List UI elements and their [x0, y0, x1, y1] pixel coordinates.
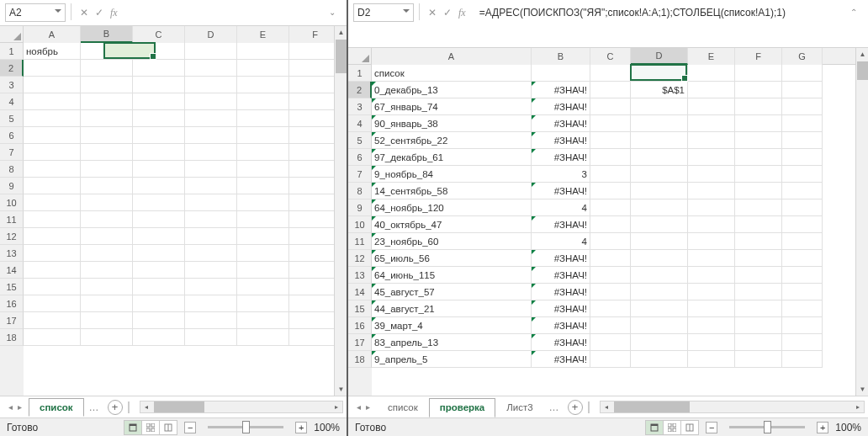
cell[interactable]: [631, 132, 688, 149]
cell[interactable]: #ЗНАЧ!: [532, 98, 590, 115]
cell[interactable]: [185, 60, 237, 77]
cell[interactable]: [24, 60, 81, 77]
row-header[interactable]: 15: [0, 279, 24, 295]
cell[interactable]: [81, 329, 133, 346]
cell[interactable]: [133, 43, 185, 60]
cell[interactable]: [631, 284, 688, 300]
cell[interactable]: [735, 183, 782, 199]
cell[interactable]: [24, 295, 81, 312]
cell[interactable]: [688, 199, 735, 216]
cell[interactable]: [185, 161, 237, 178]
page-break-view-icon[interactable]: [680, 420, 699, 435]
row-header[interactable]: 9: [348, 199, 372, 216]
cell[interactable]: [81, 43, 133, 60]
tab-first-icon[interactable]: ◂: [355, 401, 363, 413]
cell[interactable]: [289, 262, 334, 279]
cell[interactable]: [782, 183, 823, 199]
cell[interactable]: 9_апрель_5: [372, 351, 532, 368]
cell[interactable]: [185, 110, 237, 127]
cell[interactable]: [590, 199, 631, 216]
scroll-down-icon[interactable]: ▼: [856, 383, 868, 396]
cell[interactable]: [133, 178, 185, 194]
cell[interactable]: [631, 317, 688, 334]
cell[interactable]: [782, 82, 823, 98]
zoom-out-icon[interactable]: −: [184, 422, 196, 433]
cell[interactable]: 9_ноябрь_84: [372, 166, 532, 183]
cell[interactable]: ноябрь: [24, 43, 81, 60]
cell[interactable]: [24, 110, 81, 127]
cell[interactable]: [81, 127, 133, 144]
cell[interactable]: [24, 127, 81, 144]
cell[interactable]: 45_август_57: [372, 284, 532, 300]
cell[interactable]: [631, 233, 688, 250]
scroll-right-icon[interactable]: ▸: [851, 401, 864, 413]
cell[interactable]: [735, 115, 782, 132]
cell[interactable]: [81, 295, 133, 312]
add-sheet-icon[interactable]: +: [108, 400, 123, 415]
cell[interactable]: [590, 334, 631, 351]
cell[interactable]: #ЗНАЧ!: [532, 82, 590, 98]
cell[interactable]: [631, 199, 688, 216]
cell[interactable]: [688, 82, 735, 98]
cell[interactable]: [81, 77, 133, 93]
cell[interactable]: [289, 211, 334, 228]
row-header[interactable]: 16: [0, 295, 24, 312]
row-header[interactable]: 3: [0, 77, 24, 93]
cell[interactable]: [631, 250, 688, 267]
cell[interactable]: 23_ноябрь_60: [372, 233, 532, 250]
cell[interactable]: [237, 295, 289, 312]
cell[interactable]: [735, 334, 782, 351]
cell[interactable]: [631, 216, 688, 233]
cell[interactable]: 52_сентябрь_22: [372, 132, 532, 149]
cell[interactable]: [237, 194, 289, 211]
cell[interactable]: [735, 233, 782, 250]
cell[interactable]: [590, 351, 631, 368]
cell[interactable]: [81, 60, 133, 77]
fx-icon[interactable]: fx: [458, 7, 466, 19]
column-header[interactable]: G: [782, 48, 823, 65]
cell[interactable]: [237, 161, 289, 178]
scroll-up-icon[interactable]: ▲: [856, 48, 868, 61]
cell[interactable]: [133, 93, 185, 110]
cell[interactable]: [81, 194, 133, 211]
cell[interactable]: [590, 82, 631, 98]
vertical-scrollbar[interactable]: ▲ ▼: [334, 26, 347, 396]
cell[interactable]: [590, 65, 631, 82]
accept-icon[interactable]: ✓: [95, 7, 103, 19]
cell[interactable]: [590, 183, 631, 199]
cell[interactable]: [532, 65, 590, 82]
column-header[interactable]: B: [81, 26, 133, 43]
row-header[interactable]: 11: [348, 233, 372, 250]
sheet-tab[interactable]: Лист3: [495, 398, 543, 417]
cell[interactable]: [782, 149, 823, 166]
column-header[interactable]: D: [185, 26, 237, 43]
cell[interactable]: [782, 115, 823, 132]
cell[interactable]: [185, 312, 237, 329]
cell[interactable]: [631, 115, 688, 132]
cell[interactable]: [631, 98, 688, 115]
row-header[interactable]: 12: [0, 228, 24, 245]
row-header[interactable]: 5: [0, 110, 24, 127]
cell[interactable]: [782, 132, 823, 149]
name-box[interactable]: D2: [353, 3, 414, 22]
cell[interactable]: [289, 245, 334, 262]
cell[interactable]: [237, 262, 289, 279]
cell[interactable]: [81, 279, 133, 295]
chevron-down-icon[interactable]: [55, 9, 61, 16]
cell[interactable]: [289, 93, 334, 110]
row-header[interactable]: 4: [0, 93, 24, 110]
zoom-in-icon[interactable]: +: [817, 422, 828, 433]
tab-next-icon[interactable]: ▸: [364, 401, 372, 413]
cell[interactable]: [289, 43, 334, 60]
tab-first-icon[interactable]: ◂: [7, 401, 14, 413]
cell[interactable]: 40_октябрь_47: [372, 216, 532, 233]
cell[interactable]: [24, 329, 81, 346]
cell[interactable]: [24, 144, 81, 161]
cell[interactable]: [735, 351, 782, 368]
tabs-more-icon[interactable]: …: [546, 401, 563, 413]
cell[interactable]: [289, 178, 334, 194]
cell[interactable]: [185, 178, 237, 194]
select-all-corner[interactable]: [0, 26, 24, 43]
cell[interactable]: [185, 228, 237, 245]
row-header[interactable]: 1: [0, 43, 24, 60]
